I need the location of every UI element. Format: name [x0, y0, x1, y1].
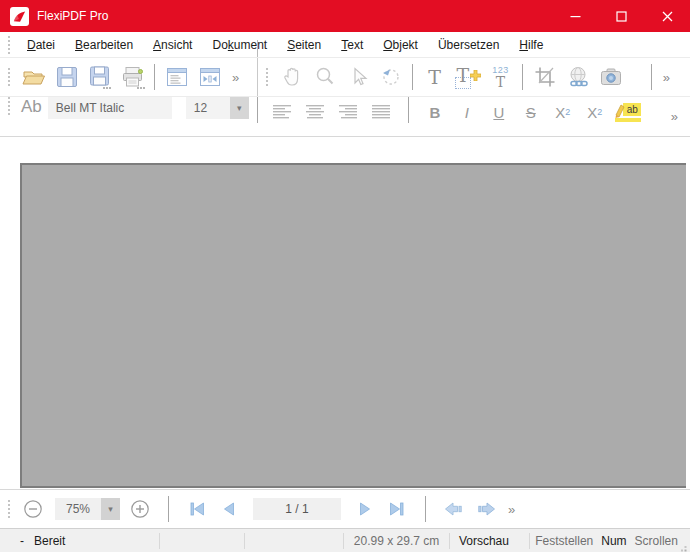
menu-item-ansicht[interactable]: Ansicht — [143, 34, 202, 56]
italic-button[interactable]: I — [451, 97, 483, 127]
toolbar-row-1: » — [0, 58, 690, 97]
toolbar-separator — [651, 64, 652, 90]
menu-item-label: H — [519, 38, 528, 52]
menu-item-label: ilfe — [528, 38, 543, 52]
format-toolbar: Ab ▾ B I U S — [0, 97, 690, 137]
status-preview-cell: Vorschau — [450, 529, 529, 552]
close-button[interactable] — [644, 0, 690, 32]
align-justify-button[interactable] — [365, 97, 398, 127]
menu-item-hilfe[interactable]: Hilfe — [509, 34, 553, 56]
toolbar-grip[interactable] — [8, 97, 11, 115]
next-view-icon — [475, 500, 497, 518]
page-numbering-tool-button[interactable]: 123 T — [484, 62, 517, 92]
crop-tool-button[interactable] — [528, 62, 561, 92]
menu-item-label: nsicht — [161, 38, 192, 52]
menu-item-datei[interactable]: Datei — [17, 34, 65, 56]
zoom-tool-button[interactable] — [308, 62, 341, 92]
save-button[interactable] — [50, 62, 83, 92]
toolbar-grip[interactable] — [8, 36, 11, 54]
zoom-tool-icon — [313, 65, 337, 89]
last-page-button[interactable] — [381, 495, 413, 523]
page-size-label: 20.99 x 29.7 cm — [354, 534, 439, 548]
next-page-icon — [356, 500, 374, 518]
menu-item-label: O — [383, 38, 392, 52]
page-indicator-input[interactable] — [253, 498, 341, 520]
toolbar-grip[interactable] — [8, 500, 11, 518]
open-button[interactable] — [17, 62, 50, 92]
first-page-button[interactable] — [181, 495, 213, 523]
bold-button[interactable]: B — [419, 97, 451, 127]
save-as-button[interactable] — [83, 62, 116, 92]
menu-item-seiten[interactable]: Seiten — [277, 34, 331, 56]
add-text-tool-button[interactable]: T — [451, 62, 484, 92]
highlight-button[interactable]: ab — [611, 97, 644, 127]
font-size-dropdown-button[interactable]: ▾ — [230, 97, 249, 119]
select-tool-button[interactable] — [341, 62, 374, 92]
single-page-view-button[interactable] — [160, 62, 193, 92]
align-center-button[interactable] — [299, 97, 332, 127]
status-empty-cell — [160, 529, 244, 552]
strikethrough-button[interactable]: S — [515, 97, 547, 127]
tools-toolbar: T T 123 T — [258, 58, 690, 96]
align-left-button[interactable] — [266, 97, 299, 127]
align-center-icon — [304, 103, 326, 121]
toolbar-overflow-button[interactable]: » — [657, 70, 676, 85]
toolbar-overflow-button[interactable]: » — [226, 70, 245, 85]
zoom-in-icon — [130, 499, 150, 519]
menu-item-uebersetzen[interactable]: Übersetzen — [428, 34, 509, 56]
rotate-tool-button[interactable] — [374, 62, 407, 92]
document-page-area[interactable] — [20, 163, 686, 488]
select-tool-icon — [346, 65, 370, 89]
zoom-out-icon — [23, 499, 43, 519]
toolbar-overflow-button[interactable]: » — [665, 97, 684, 136]
fit-width-view-icon — [197, 65, 223, 89]
marker-pen-icon — [613, 102, 625, 118]
status-bar: - Bereit 20.99 x 29.7 cm Vorschau Festst… — [0, 528, 690, 552]
underline-button[interactable]: U — [483, 97, 515, 127]
font-name-input[interactable] — [48, 97, 172, 119]
zoom-level-dropdown-button[interactable]: ▾ — [101, 498, 120, 520]
print-icon — [121, 65, 145, 89]
toolbar-grip[interactable] — [266, 68, 269, 86]
font-style-icon: Ab — [21, 97, 42, 136]
plus-icon — [470, 70, 481, 81]
zoom-out-button[interactable] — [17, 495, 49, 523]
toolbar-grip[interactable] — [8, 68, 11, 86]
menu-item-dokument[interactable]: Dokument — [202, 34, 277, 56]
menu-item-text[interactable]: Text — [331, 34, 373, 56]
menu-item-label: ext — [347, 38, 363, 52]
minimize-button[interactable] — [552, 0, 598, 32]
menu-item-label: atei — [36, 38, 55, 52]
resize-grip[interactable] — [678, 529, 690, 552]
snapshot-tool-button[interactable] — [594, 62, 627, 92]
highlight-icon: ab — [613, 102, 641, 122]
align-right-button[interactable] — [332, 97, 365, 127]
maximize-button[interactable] — [598, 0, 644, 32]
menu-item-bearbeiten[interactable]: Bearbeiten — [65, 34, 143, 56]
previous-page-button[interactable] — [213, 495, 245, 523]
edit-text-tool-button[interactable]: T — [418, 62, 451, 92]
hyperlink-tool-button[interactable] — [561, 62, 594, 92]
status-dash: - — [20, 534, 24, 548]
toolbar-overflow-button[interactable]: » — [502, 502, 521, 517]
highlight-ab-label: ab — [623, 103, 641, 116]
previous-view-button[interactable] — [438, 495, 470, 523]
print-button[interactable] — [116, 62, 149, 92]
save-icon — [55, 65, 79, 89]
align-justify-icon — [370, 103, 392, 121]
first-page-icon — [187, 500, 207, 518]
zoom-level-input[interactable] — [55, 498, 101, 520]
subscript-label: X — [587, 104, 597, 121]
font-size-combo: ▾ — [186, 97, 249, 136]
preview-label: Vorschau — [459, 534, 509, 548]
status-empty-cell — [245, 529, 343, 552]
zoom-in-button[interactable] — [124, 495, 156, 523]
hand-tool-button[interactable] — [275, 62, 308, 92]
next-view-button[interactable] — [470, 495, 502, 523]
fit-width-view-button[interactable] — [193, 62, 226, 92]
font-size-input[interactable] — [186, 97, 230, 119]
superscript-button[interactable]: X2 — [547, 97, 579, 127]
subscript-button[interactable]: X2 — [579, 97, 611, 127]
menu-item-objekt[interactable]: Objekt — [373, 34, 428, 56]
next-page-button[interactable] — [349, 495, 381, 523]
